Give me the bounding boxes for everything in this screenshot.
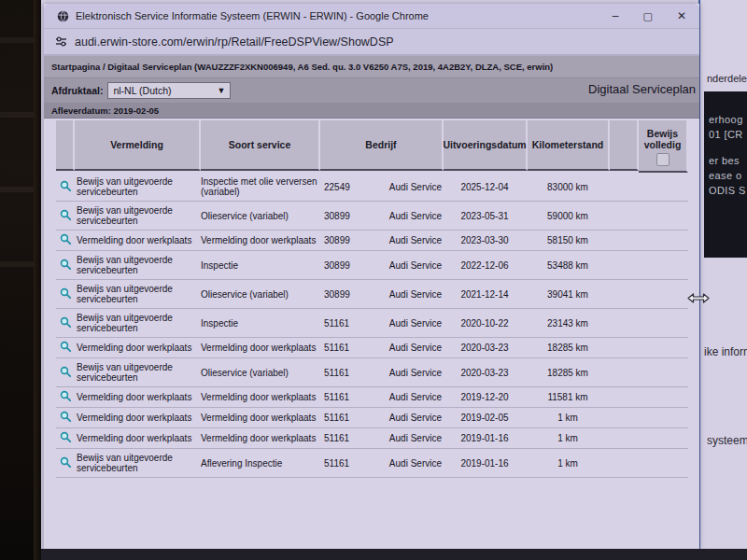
cell-kilometerstand: 39041 km	[528, 286, 610, 303]
cell-soort-service: Vermelding door werkplaats	[201, 231, 320, 249]
cell-kilometerstand: 23143 km	[528, 315, 610, 332]
magnifier-icon[interactable]	[60, 316, 72, 330]
magnifier-icon[interactable]	[60, 456, 72, 470]
magnifier-icon[interactable]	[60, 431, 72, 445]
cell-bewijs-volledig	[639, 212, 688, 219]
magnifier-icon[interactable]	[60, 259, 72, 273]
cell-vermelding: Vermelding door werkplaats	[75, 388, 201, 406]
table-row: Bewijs van uitgevoerde servicebeurtenIns…	[56, 173, 688, 202]
cell-bedrijf: 51161Audi Service	[320, 364, 444, 382]
cell-kilometerstand: 1 km	[528, 429, 610, 447]
bedrijf-number: 30899	[324, 289, 350, 300]
magnifier-icon[interactable]	[60, 287, 72, 301]
taskbar-strip	[41, 549, 747, 560]
cell-bedrijf: 30899Audi Service	[320, 257, 444, 274]
table-header-row: Vermelding Soort service Bedrijf Uitvoer…	[56, 120, 688, 173]
cell-uitvoeringsdatum: 2022-12-06	[444, 257, 528, 274]
cell-spacer	[610, 435, 639, 442]
bedrijf-number: 51161	[324, 318, 349, 329]
magnifier-icon[interactable]	[60, 180, 72, 194]
cell-spacer	[610, 414, 639, 422]
cell-spacer	[610, 290, 639, 298]
cell-bedrijf: 51161Audi Service	[320, 315, 444, 332]
browser-window: Elektronisch Service Informatie Systeem …	[43, 4, 699, 549]
cell-bewijs-volledig	[639, 414, 688, 422]
cell-spacer	[610, 237, 639, 245]
magnifier-icon[interactable]	[60, 209, 72, 223]
table-row: Vermelding door werkplaatsVermelding doo…	[56, 231, 688, 251]
cell-vermelding: Vermelding door werkplaats	[75, 231, 201, 249]
cell-bewijs-volledig	[639, 394, 688, 401]
minimize-button[interactable]: –	[613, 10, 619, 21]
cell-kilometerstand: 53488 km	[528, 257, 610, 274]
table-row: Bewijs van uitgevoerde servicebeurtenOli…	[56, 280, 688, 309]
magnifier-icon[interactable]	[60, 341, 72, 355]
cell-bewijs-volledig	[639, 459, 688, 467]
bedrijf-number: 51161	[324, 413, 349, 423]
cell-kilometerstand: 1 km	[528, 455, 610, 472]
print-language-select[interactable]: nl-NL (Dutch) ▼	[107, 82, 231, 99]
cell-soort-service: Aflevering Inspectie	[201, 455, 320, 472]
resize-horizontal-cursor	[687, 292, 710, 304]
table-body: Bewijs van uitgevoerde servicebeurtenIns…	[56, 173, 688, 478]
site-info-icon[interactable]	[55, 35, 67, 48]
bedrijf-name: Audi Service	[389, 368, 442, 378]
magnifier-icon[interactable]	[60, 366, 72, 380]
magnifier-icon[interactable]	[60, 233, 72, 247]
cell-vermelding: Bewijs van uitgevoerde servicebeurten	[75, 309, 201, 337]
cell-vermelding: Bewijs van uitgevoerde servicebeurten	[75, 358, 201, 386]
url-text[interactable]: audi.erwin-store.com/erwin/rp/Retail/Fre…	[75, 35, 394, 49]
page-toolbar: Afdruktaal: nl-NL (Dutch) ▼ Digitaal Ser…	[44, 78, 699, 103]
table-row: Vermelding door werkplaatsVermelding doo…	[56, 338, 688, 358]
browser-urlbar[interactable]: audi.erwin-store.com/erwin/rp/Retail/Fre…	[44, 29, 699, 56]
page-content: Vermelding Soort service Bedrijf Uitvoer…	[44, 119, 699, 552]
magnifier-icon[interactable]	[60, 411, 72, 425]
bedrijf-name: Audi Service	[389, 433, 442, 443]
service-table: Vermelding Soort service Bedrijf Uitvoer…	[56, 120, 688, 478]
cell-soort-service: Vermelding door werkplaats	[201, 339, 320, 357]
cell-bedrijf: 51161Audi Service	[320, 409, 444, 427]
cell-soort-service: Vermelding door werkplaats	[201, 429, 320, 447]
close-button[interactable]: ✕	[677, 10, 686, 21]
cell-vermelding: Bewijs van uitgevoerde servicebeurten	[75, 449, 201, 477]
cell-kilometerstand: 11581 km	[528, 388, 610, 406]
cell-bewijs-volledig	[639, 183, 688, 190]
table-row: Bewijs van uitgevoerde servicebeurtenOli…	[56, 358, 688, 387]
maximize-button[interactable]: ▢	[643, 11, 653, 21]
cell-spacer	[610, 183, 639, 190]
cell-bedrijf: 51161Audi Service	[320, 429, 444, 447]
bewijs-volledig-checkbox[interactable]	[656, 153, 669, 166]
cell-uitvoeringsdatum: 2020-03-23	[444, 339, 528, 357]
column-header-icon	[56, 120, 75, 171]
cell-soort-service: Olieservice (variabel)	[201, 286, 320, 303]
delivery-date: Afleverdatum: 2019-02-05	[51, 105, 159, 116]
cell-spacer	[610, 212, 639, 219]
bewijs-volledig-label: Bewijs volledig	[639, 128, 686, 150]
cell-vermelding: Bewijs van uitgevoerde servicebeurten	[75, 202, 201, 230]
background-text-fragment: ike inform	[704, 345, 747, 358]
cell-bewijs-volledig	[639, 237, 688, 245]
cell-spacer	[610, 369, 639, 376]
column-header-soort-service: Soort service	[201, 120, 320, 171]
bedrijf-number: 51161	[324, 458, 349, 469]
cell-bewijs-volledig	[639, 369, 688, 376]
cell-bewijs-volledig	[639, 319, 688, 327]
cell-kilometerstand: 59000 km	[528, 207, 610, 225]
bedrijf-name: Audi Service	[389, 260, 442, 271]
page-favicon-icon	[57, 10, 69, 22]
chevron-down-icon: ▼	[218, 86, 226, 95]
cell-uitvoeringsdatum: 2023-05-31	[444, 207, 528, 225]
breadcrumb[interactable]: Startpagina / Digitaal Serviceplan (WAUZ…	[51, 62, 553, 72]
magnifier-icon[interactable]	[60, 390, 72, 404]
cell-spacer	[610, 459, 639, 467]
bedrijf-number: 51161	[324, 392, 349, 402]
panel-text-fragment: er bes	[709, 153, 747, 168]
window-titlebar[interactable]: Elektronisch Service Informatie Systeem …	[44, 4, 699, 29]
breadcrumb-bar: Startpagina / Digitaal Serviceplan (WAUZ…	[44, 56, 699, 78]
cell-bedrijf: 51161Audi Service	[320, 339, 444, 357]
cell-soort-service: Inspectie	[201, 315, 320, 332]
bedrijf-number: 51161	[324, 368, 349, 378]
cell-vermelding: Vermelding door werkplaats	[75, 339, 201, 357]
cell-bewijs-volledig	[639, 435, 688, 442]
bedrijf-name: Audi Service	[389, 413, 442, 423]
